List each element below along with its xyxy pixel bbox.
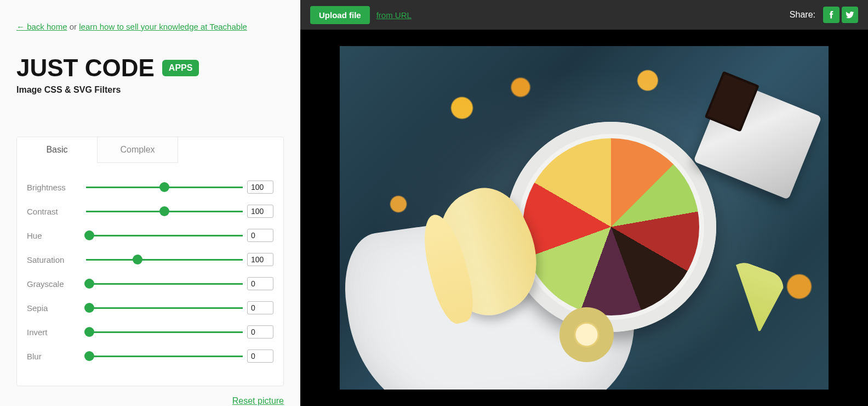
share-facebook-button[interactable] bbox=[823, 7, 840, 23]
slider-row-sepia: Sepia bbox=[27, 300, 273, 315]
slider-value-input[interactable] bbox=[247, 301, 273, 314]
reset-picture-link[interactable]: Reset picture bbox=[232, 396, 284, 405]
slider-value-input[interactable] bbox=[247, 181, 273, 194]
slider-label: Grayscale bbox=[27, 279, 82, 289]
slider-label: Contrast bbox=[27, 207, 82, 216]
preview-image bbox=[340, 46, 829, 390]
back-home-link[interactable]: ← back home bbox=[16, 22, 67, 31]
slider-row-saturation: Saturation bbox=[27, 252, 273, 267]
slider-thumb[interactable] bbox=[84, 351, 94, 361]
slider-track[interactable] bbox=[86, 331, 243, 333]
right-panel: Upload file from URL Share: bbox=[300, 0, 868, 406]
slider-value-input[interactable] bbox=[247, 229, 273, 242]
slider-row-invert: Invert bbox=[27, 324, 273, 340]
twitter-icon bbox=[845, 10, 855, 20]
slider-track[interactable] bbox=[86, 259, 243, 261]
upload-file-button[interactable]: Upload file bbox=[310, 6, 370, 24]
slider-track[interactable] bbox=[86, 187, 243, 188]
slider-thumb[interactable] bbox=[159, 182, 169, 192]
filters-panel: Basic Complex BrightnessContrastHueSatur… bbox=[16, 137, 284, 386]
slider-label: Saturation bbox=[27, 255, 82, 264]
reset-row: Reset picture bbox=[16, 396, 284, 406]
slider-value-input[interactable] bbox=[247, 253, 273, 266]
apps-badge: APPS bbox=[162, 60, 199, 76]
logo-text: JUST CODE bbox=[16, 54, 155, 82]
slider-label: Blur bbox=[27, 352, 82, 361]
topbar: Upload file from URL Share: bbox=[300, 0, 868, 30]
tab-row: Basic Complex bbox=[17, 137, 283, 163]
share-label: Share: bbox=[790, 10, 815, 20]
left-panel: ← back home or learn how to sell your kn… bbox=[0, 0, 300, 406]
slider-label: Brightness bbox=[27, 183, 82, 192]
slider-thumb[interactable] bbox=[84, 303, 94, 313]
slider-track[interactable] bbox=[86, 283, 243, 285]
nav-line: ← back home or learn how to sell your kn… bbox=[16, 22, 284, 31]
slider-row-brightness: Brightness bbox=[27, 179, 273, 195]
slider-label: Invert bbox=[27, 328, 82, 337]
slider-row-grayscale: Grayscale bbox=[27, 276, 273, 291]
slider-track[interactable] bbox=[86, 356, 243, 357]
from-url-link[interactable]: from URL bbox=[376, 10, 412, 20]
sliders-container: BrightnessContrastHueSaturationGrayscale… bbox=[17, 163, 283, 386]
slider-row-blur: Blur bbox=[27, 348, 273, 364]
slider-value-input[interactable] bbox=[247, 205, 273, 218]
slider-track[interactable] bbox=[86, 307, 243, 309]
facebook-icon bbox=[826, 10, 836, 20]
slider-row-contrast: Contrast bbox=[27, 204, 273, 219]
logo-row: JUST CODE APPS bbox=[16, 54, 284, 82]
tab-complex[interactable]: Complex bbox=[98, 137, 178, 163]
slider-label: Hue bbox=[27, 231, 82, 240]
slider-thumb[interactable] bbox=[133, 255, 142, 264]
tab-basic[interactable]: Basic bbox=[17, 137, 98, 163]
slider-thumb[interactable] bbox=[159, 206, 169, 216]
teachable-link[interactable]: learn how to sell your knowledge at Teac… bbox=[79, 22, 247, 31]
slider-label: Sepia bbox=[27, 303, 82, 313]
page-subtitle: Image CSS & SVG Filters bbox=[16, 85, 284, 95]
slider-value-input[interactable] bbox=[247, 325, 273, 339]
nav-separator: or bbox=[70, 22, 77, 31]
slider-value-input[interactable] bbox=[247, 349, 273, 363]
slider-thumb[interactable] bbox=[84, 230, 94, 240]
slider-thumb[interactable] bbox=[84, 327, 94, 337]
slider-thumb[interactable] bbox=[84, 279, 94, 289]
slider-row-hue: Hue bbox=[27, 228, 273, 243]
slider-value-input[interactable] bbox=[247, 277, 273, 290]
slider-track[interactable] bbox=[86, 235, 243, 236]
slider-track[interactable] bbox=[86, 211, 243, 212]
preview-area bbox=[300, 30, 868, 406]
share-twitter-button[interactable] bbox=[842, 7, 858, 23]
